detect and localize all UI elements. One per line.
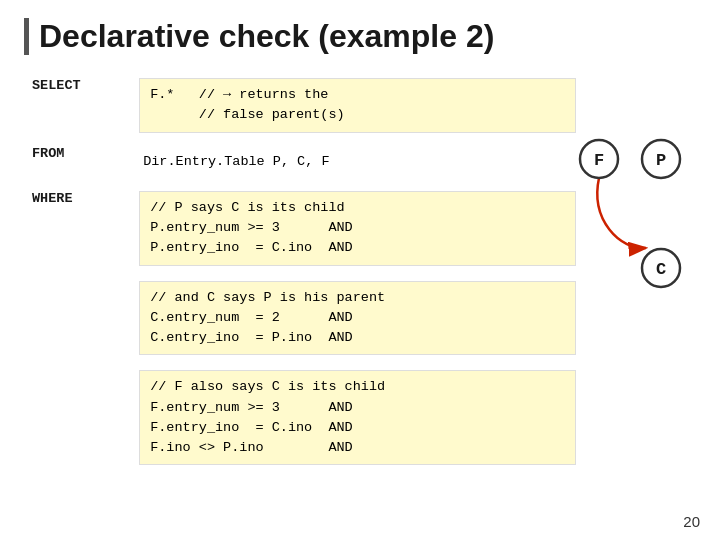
where-code-3: // F also says C is its child F.entry_nu… [139, 370, 576, 465]
node-f-label: F [594, 151, 604, 170]
where-code-1: // P says C is its child P.entry_num >= … [139, 191, 576, 266]
page: Declarative check (example 2) SELECT F.*… [0, 0, 720, 540]
keyword-from: FROM [24, 138, 131, 186]
keyword-select: SELECT [24, 73, 131, 138]
keyword-empty-2 [24, 360, 131, 470]
node-c-label: C [656, 260, 666, 279]
keyword-where: WHERE [24, 186, 131, 271]
from-row: FROM Dir.Entry.Table P, C, F [24, 138, 584, 186]
where-code-2: // and C says P is his parent C.entry_nu… [139, 281, 576, 356]
where-row: WHERE // P says C is its child P.entry_n… [24, 186, 584, 271]
page-title: Declarative check (example 2) [24, 18, 696, 55]
from-code: Dir.Entry.Table P, C, F [139, 146, 576, 178]
node-p-label: P [656, 151, 666, 170]
page-number: 20 [683, 513, 700, 530]
keyword-empty-1 [24, 271, 131, 361]
sql-content: SELECT F.* // → returns the // false par… [24, 73, 584, 470]
select-row: SELECT F.* // → returns the // false par… [24, 73, 584, 138]
diagram-svg: F P C [570, 130, 690, 310]
diagram: F P C [570, 130, 690, 310]
where-row-2: // and C says P is his parent C.entry_nu… [24, 271, 584, 361]
diagram-arrow [597, 178, 646, 248]
where-row-3: // F also says C is its child F.entry_nu… [24, 360, 584, 470]
select-code: F.* // → returns the // false parent(s) [139, 78, 576, 133]
